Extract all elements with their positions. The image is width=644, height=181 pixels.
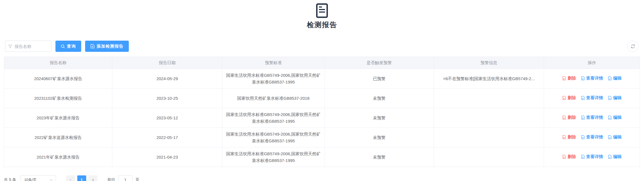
edit-button[interactable]: 编辑 [608,94,622,101]
edit-button[interactable]: 编辑 [608,75,622,82]
document-edit-icon [608,115,612,120]
table-row: 20231102矿泉水检测报告 2023-10-25 国家饮用天然矿泉水标准GB… [4,89,640,108]
warning-info-cell [434,89,544,108]
table-row: 2022矿泉水送源水检报告 2022-05-17 国家生活饮用水标准GB5749… [4,128,640,147]
page-title: 检测报告 [307,20,337,29]
delete-button-label: 删除 [568,153,576,160]
warning-standard-cell: 国家饮用天然矿泉水标准GB8537-2018 [222,89,325,108]
delete-button-label: 删除 [568,114,576,121]
chevron-left-icon [69,178,72,181]
edit-button-label: 编辑 [613,75,622,82]
delete-button-label: 删除 [568,75,576,82]
query-button[interactable]: 查询 [55,41,81,52]
page-size-value: 10条/页 [24,177,50,181]
operations-cell: 删除 查看详情 编辑 [544,147,640,167]
table-body: 20240607矿泉水源水报告 2024-05-29 国家生活饮用水标准GB57… [4,69,640,167]
document-delete-icon [562,76,566,80]
table-header-row: 报告名称 报告日期 预警标准 是否触发预警 预警信息 操作 [4,57,640,69]
document-view-icon [581,115,585,120]
warning-standard-cell: 国家生活饮用水标准GB5749-2006,国家饮用天然矿泉水标准GB8537-1… [222,147,325,167]
document-edit-icon [608,135,612,139]
warning-triggered-cell: 未预警 [325,128,434,147]
search-icon [61,44,65,48]
document-edit-icon [608,155,612,159]
edit-button-label: 编辑 [613,94,622,101]
page-number-1[interactable]: 1 [77,175,86,181]
edit-button[interactable]: 编辑 [608,114,622,121]
delete-button[interactable]: 删除 [562,94,576,101]
document-edit-icon [608,96,612,100]
edit-button-label: 编辑 [613,114,622,121]
edit-button-label: 编辑 [613,134,622,140]
edit-button[interactable]: 编辑 [608,153,622,160]
warning-info-cell [434,147,544,167]
chevron-down-icon [50,178,53,181]
operations-cell: 删除 查看详情 编辑 [544,69,640,89]
document-edit-icon [608,76,612,80]
report-date-cell: 2021-04-23 [112,147,222,167]
refresh-icon [631,44,635,49]
view-details-button-label: 查看详情 [586,94,603,101]
view-details-button[interactable]: 查看详情 [581,114,603,121]
document-delete-icon [562,135,566,139]
document-view-icon [581,76,585,80]
warning-triggered-cell: 已预警 [325,69,434,89]
view-details-button[interactable]: 查看详情 [581,75,603,82]
warning-info-cell [434,108,544,128]
delete-button[interactable]: 删除 [562,75,576,82]
warning-standard-cell: 国家生活饮用水标准GB5749-2006,国家饮用天然矿泉水标准GB8537-1… [222,108,325,128]
report-date-cell: 2023-05-12 [112,108,222,128]
add-report-button[interactable]: 添加检测报告 [85,41,129,52]
operations-cell: 删除 查看详情 编辑 [544,89,640,108]
edit-button-label: 编辑 [613,153,622,160]
edit-button[interactable]: 编辑 [608,134,622,140]
report-name-cell: 2021年矿泉水源水报告 [4,147,112,167]
prev-page-button[interactable] [66,175,75,181]
report-name-search-field[interactable] [5,41,52,52]
page-header: 检测报告 [0,0,644,29]
document-delete-icon [562,115,566,120]
warning-standard-cell: 国家生活饮用水标准GB5749-2006,国家饮用天然矿泉水标准GB8537-1… [222,128,325,147]
goto-suffix-label: 页 [136,177,139,181]
view-details-button-label: 查看详情 [586,153,603,160]
table-row: 20240607矿泉水源水报告 2024-05-29 国家生活饮用水标准GB57… [4,69,640,89]
delete-button-label: 删除 [568,134,576,140]
warning-info-cell [434,128,544,147]
pagination-bar: 共 5 条 10条/页 1 前往 页 [4,175,644,181]
view-details-button[interactable]: 查看详情 [581,94,603,101]
report-name-cell: 2023年矿泉水源水报告 [4,108,112,128]
delete-button[interactable]: 删除 [562,153,576,160]
warning-triggered-cell: 未预警 [325,147,434,167]
document-add-icon [90,44,95,48]
refresh-button[interactable] [627,41,638,52]
view-details-button-label: 查看详情 [586,134,603,140]
page-size-select[interactable]: 10条/页 [20,175,56,181]
warning-triggered-cell: 未预警 [325,89,434,108]
query-button-label: 查询 [67,44,76,49]
add-report-button-label: 添加检测报告 [97,44,123,49]
report-date-cell: 2023-10-25 [112,89,222,108]
report-document-icon [316,3,328,18]
col-header-operations: 操作 [544,57,640,69]
next-page-button[interactable] [88,175,97,181]
goto-page-input[interactable] [118,175,133,181]
report-date-cell: 2022-05-17 [112,128,222,147]
delete-button[interactable]: 删除 [562,134,576,140]
goto-label: 前往 [108,177,115,181]
col-header-report-date: 报告日期 [112,57,222,69]
report-name-cell: 20231102矿泉水检测报告 [4,89,112,108]
col-header-warning-standard: 预警标准 [222,57,325,69]
document-delete-icon [562,96,566,100]
view-details-button[interactable]: 查看详情 [581,153,603,160]
table-row: 2021年矿泉水源水报告 2021-04-23 国家生活饮用水标准GB5749-… [4,147,640,167]
operations-cell: 删除 查看详情 编辑 [544,108,640,128]
report-name-cell: 20240607矿泉水源水报告 [4,69,112,89]
document-view-icon [581,96,585,100]
search-input[interactable] [15,44,48,49]
document-delete-icon [562,155,566,159]
report-name-cell: 2022矿泉水送源水检报告 [4,128,112,147]
delete-button[interactable]: 删除 [562,114,576,121]
operations-cell: 删除 查看详情 编辑 [544,128,640,147]
view-details-button[interactable]: 查看详情 [581,134,603,140]
reports-table: 报告名称 报告日期 预警标准 是否触发预警 预警信息 操作 20240607矿泉… [4,57,640,167]
